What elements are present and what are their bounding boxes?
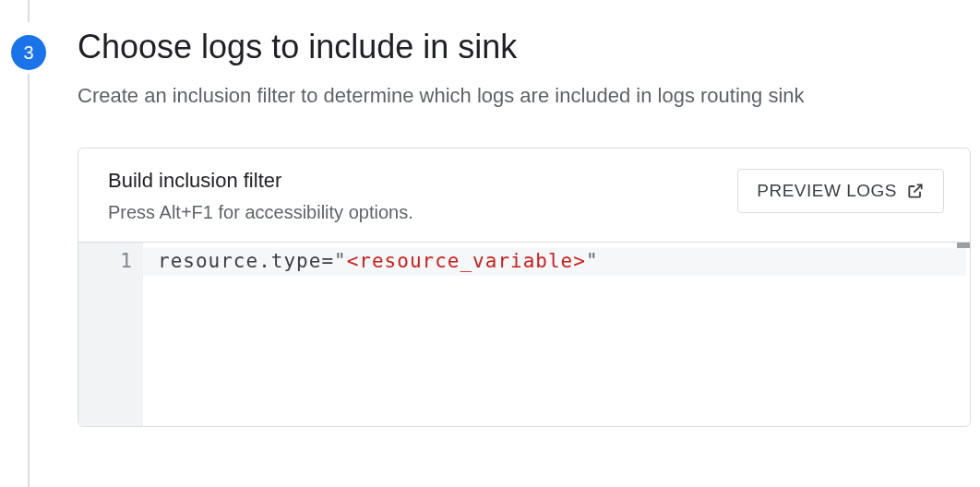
- preview-logs-button[interactable]: PREVIEW LOGS: [737, 169, 944, 213]
- inclusion-filter-card: Build inclusion filter Press Alt+F1 for …: [78, 148, 971, 427]
- line-number-gutter: 1: [78, 243, 143, 426]
- token-property: resource.type: [158, 250, 321, 272]
- token-quote-close: ": [586, 250, 599, 272]
- step-number-badge: 3: [11, 35, 46, 70]
- code-line-1: resource.type="<resource_variable>": [158, 250, 970, 272]
- token-equals: =: [321, 250, 334, 272]
- stepper-connector-bottom: [28, 74, 30, 487]
- token-string: <resource_variable>: [347, 250, 586, 272]
- filter-header-text: Build inclusion filter Press Alt+F1 for …: [108, 169, 737, 223]
- filter-card-header: Build inclusion filter Press Alt+F1 for …: [78, 148, 970, 242]
- stepper-connector-top: [28, 0, 30, 22]
- filter-title: Build inclusion filter: [108, 169, 737, 193]
- step-description: Create an inclusion filter to determine …: [78, 82, 971, 111]
- step-content: Choose logs to include in sink Create an…: [78, 26, 971, 427]
- filter-code-editor[interactable]: 1 resource.type="<resource_variable>": [78, 242, 970, 426]
- token-quote-open: ": [334, 250, 347, 272]
- code-area[interactable]: resource.type="<resource_variable>": [143, 243, 970, 426]
- line-number: 1: [78, 250, 132, 272]
- step-title: Choose logs to include in sink: [78, 26, 971, 69]
- preview-logs-label: PREVIEW LOGS: [757, 181, 897, 201]
- external-link-icon: [906, 182, 925, 200]
- filter-accessibility-hint: Press Alt+F1 for accessibility options.: [108, 202, 737, 223]
